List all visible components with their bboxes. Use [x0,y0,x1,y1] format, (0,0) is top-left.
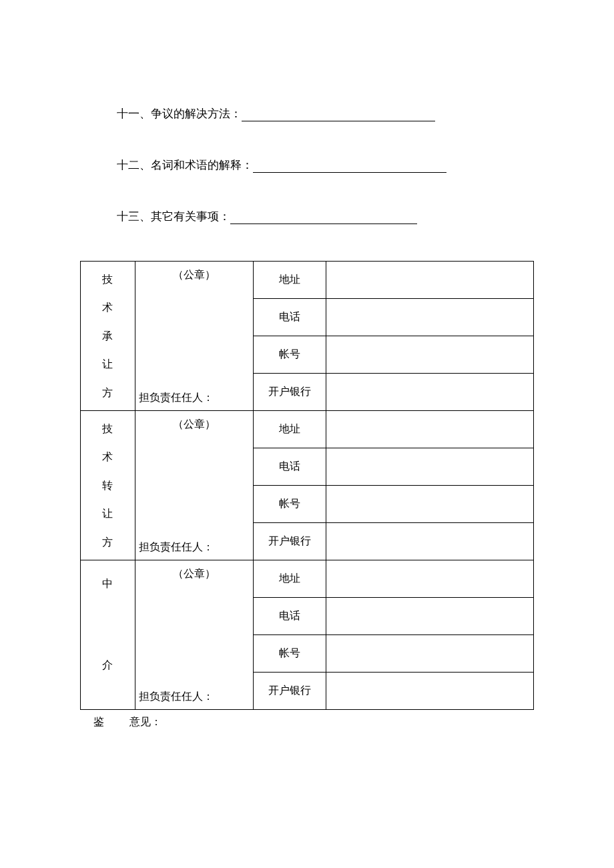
footer-opinion: 鉴意见： [73,715,541,729]
party-0-row-1-label: 电话 [254,299,326,336]
party-1-char-2: 转 [102,476,113,495]
party-0-seal-label: （公章） [139,268,250,282]
clause-11: 十一、争议的解决方法： [73,107,541,121]
party-1-row-0-value[interactable] [326,411,534,448]
party-0-char-1: 术 [102,298,113,317]
party-0-char-0: 技 [102,270,113,289]
party-1-row-2-label: 帐号 [254,486,326,523]
party-2-row-1-value[interactable] [326,598,534,635]
party-1-seal-label: （公章） [139,418,250,432]
party-2-char-0: 中 [102,574,113,593]
party-1-row-3-value[interactable] [326,523,534,560]
party-0-row-0-value[interactable] [326,262,534,299]
contract-page: 十一、争议的解决方法： 十二、名词和术语的解释： 十三、其它有关事项： 技 术 … [0,0,614,729]
party-2-seal-label: （公章） [139,567,250,581]
party-0-row-0-label: 地址 [254,262,326,299]
party-1-row-0-label: 地址 [254,411,326,448]
party-2-name: 中 介 [81,560,135,710]
party-2-row-2-label: 帐号 [254,635,326,673]
party-1-row-2-value[interactable] [326,486,534,523]
party-1-char-4: 方 [102,532,113,552]
clause-11-label: 十一、争议的解决方法： [117,107,242,120]
party-0-char-4: 方 [102,383,113,402]
party-2-seal-cell: （公章） 担负责任任人： [135,560,254,710]
party-1-row-1-label: 电话 [254,448,326,486]
party-0-responsible-label: 担负责任任人： [139,391,214,405]
party-2-row-2-value[interactable] [326,635,534,673]
party-1-seal-cell: （公章） 担负责任任人： [135,411,254,560]
party-1-responsible-label: 担负责任任人： [139,540,214,554]
party-0-char-2: 承 [102,326,113,346]
party-0-row-3-label: 开户银行 [254,374,326,411]
party-1-char-1: 术 [102,447,113,466]
party-0-row-2-value[interactable] [326,336,534,374]
party-0-row-2-label: 帐号 [254,336,326,374]
footer-part1: 鉴 [93,716,104,727]
party-0-row-3-value[interactable] [326,374,534,411]
party-1-row-3-label: 开户银行 [254,523,326,560]
clause-12: 十二、名词和术语的解释： [73,158,541,173]
party-2-row-1-label: 电话 [254,598,326,635]
clause-12-blank[interactable] [253,172,446,173]
party-2-row-0-value[interactable] [326,560,534,598]
party-1-row-1-value[interactable] [326,448,534,486]
party-1-char-0: 技 [102,419,113,438]
party-2-row-3-value[interactable] [326,673,534,710]
party-0-row-1-value[interactable] [326,299,534,336]
signature-table: 技 术 承 让 方 （公章） 担负责任任人： 地址 电话 帐号 开户银行 [80,261,534,710]
party-0-char-3: 让 [102,354,113,374]
clause-12-label: 十二、名词和术语的解释： [117,159,253,171]
clause-13-label: 十三、其它有关事项： [117,210,230,223]
party-2-row-0-label: 地址 [254,560,326,598]
party-1-name: 技 术 转 让 方 [81,411,135,560]
clause-11-blank[interactable] [242,121,435,121]
clause-13-blank[interactable] [230,224,417,224]
footer-part2: 意见： [129,716,162,727]
clause-13: 十三、其它有关事项： [73,209,541,224]
party-0-name: 技 术 承 让 方 [81,262,135,411]
party-0-seal-cell: （公章） 担负责任任人： [135,262,254,411]
party-1-char-3: 让 [102,504,113,523]
party-2-responsible-label: 担负责任任人： [139,690,214,704]
party-2-row-3-label: 开户银行 [254,673,326,710]
party-2-char-3: 介 [102,655,113,675]
